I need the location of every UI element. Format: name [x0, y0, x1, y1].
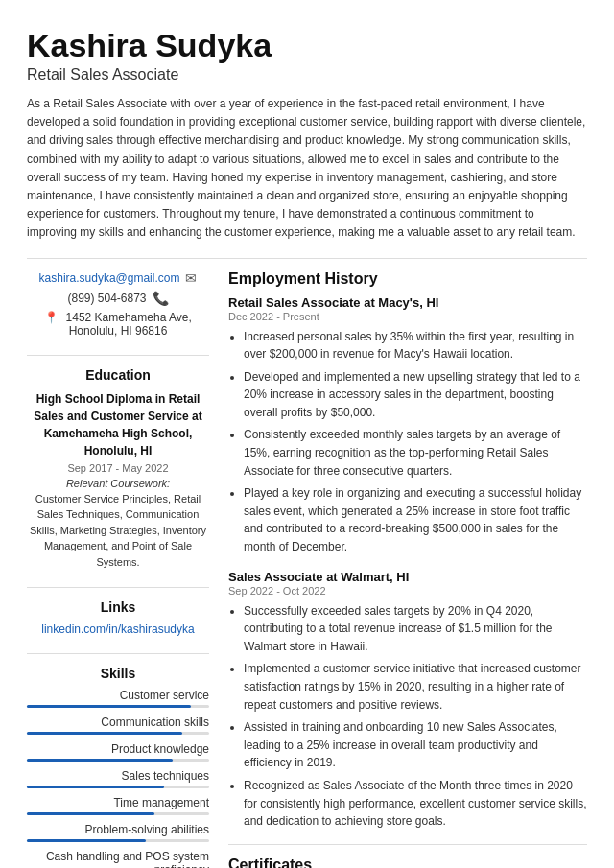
job-entry: Retail Sales Associate at Macy's, HI Dec… [228, 295, 587, 556]
skill-bar-bg [27, 812, 209, 815]
skill-bar-fill [27, 839, 146, 842]
email-icon: ✉ [185, 270, 197, 286]
skill-label: Cash handling and POS system proficiency [27, 850, 209, 868]
candidate-name: Kashira Sudyka [27, 27, 587, 64]
skill-label: Customer service [27, 689, 209, 702]
phone-text: (899) 504-6873 [67, 292, 146, 305]
job-date: Sep 2022 - Oct 2022 [228, 585, 587, 597]
employment-title: Employment History [228, 270, 587, 288]
skill-label: Time management [27, 796, 209, 809]
education-date: Sep 2017 - May 2022 [27, 462, 209, 474]
skill-bar-fill [27, 759, 173, 762]
job-bullet: Developed and implemented a new upsellin… [244, 368, 587, 422]
job-date: Dec 2022 - Present [228, 311, 587, 322]
address-line2: Honolulu, HI 96816 [69, 324, 168, 338]
skill-bar-bg [27, 732, 209, 735]
address-item: 📍 1452 Kamehameha Ave, Honolulu, HI 9681… [27, 311, 209, 338]
education-title: Education [27, 367, 209, 383]
skill-label: Sales techniques [27, 769, 209, 783]
job-bullets-list: Increased personal sales by 35% within t… [228, 328, 587, 556]
links-section: Links linkedin.com/in/kashirasudyka [27, 599, 209, 636]
coursework-label: Relevant Coursework: [27, 478, 209, 489]
skill-bar-bg [27, 759, 209, 762]
linkedin-link[interactable]: linkedin.com/in/kashirasudyka [27, 622, 209, 636]
job-bullet: Increased personal sales by 35% within t… [244, 328, 587, 364]
skill-item: Time management [27, 796, 209, 815]
job-bullets-list: Successfully exceeded sales targets by 2… [228, 602, 587, 831]
skill-label: Product knowledge [27, 742, 209, 756]
job-bullet: Successfully exceeded sales targets by 2… [244, 602, 587, 656]
address-line1: 1452 Kamehameha Ave, [66, 311, 192, 324]
employment-divider [228, 844, 587, 845]
email-item[interactable]: kashira.sudyka@gmail.com ✉ [27, 270, 209, 286]
education-divider [27, 587, 209, 588]
job-bullet: Played a key role in organizing and exec… [244, 484, 587, 555]
header-divider [27, 258, 587, 259]
skills-title: Skills [27, 666, 209, 681]
skill-item: Customer service [27, 689, 209, 708]
skill-label: Problem-solving abilities [27, 823, 209, 836]
skill-bar-fill [27, 786, 164, 788]
job-title: Sales Associate at Walmart, HI [228, 570, 587, 584]
skill-item: Problem-solving abilities [27, 823, 209, 842]
links-title: Links [27, 599, 209, 615]
skill-item: Communication skills [27, 716, 209, 735]
employment-section: Employment History Retail Sales Associat… [228, 270, 587, 831]
phone-icon: 📞 [153, 291, 169, 306]
left-column: kashira.sudyka@gmail.com ✉ (899) 504-687… [27, 270, 209, 869]
skill-bar-fill [27, 812, 154, 815]
education-degree: High School Diploma in Retail Sales and … [27, 390, 209, 459]
contact-divider [27, 355, 209, 356]
coursework-text: Customer Service Principles, Retail Sale… [27, 491, 209, 571]
skill-item: Cash handling and POS system proficiency [27, 850, 209, 868]
contact-section: kashira.sudyka@gmail.com ✉ (899) 504-687… [27, 270, 209, 338]
links-divider [27, 653, 209, 654]
skills-section: Skills Customer service Communication sk… [27, 666, 209, 868]
jobs-list: Retail Sales Associate at Macy's, HI Dec… [228, 295, 587, 831]
skill-bar-fill [27, 705, 191, 708]
candidate-title: Retail Sales Associate [27, 66, 587, 83]
job-bullet: Recognized as Sales Associate of the Mon… [244, 777, 587, 831]
skill-item: Sales techniques [27, 769, 209, 788]
skill-item: Product knowledge [27, 742, 209, 762]
certificates-section: Certificates Certified Retail Sales Asso… [228, 856, 587, 868]
address-icon: 📍 [44, 311, 59, 324]
certificates-title: Certificates [228, 856, 587, 868]
right-column: Employment History Retail Sales Associat… [228, 270, 587, 869]
header-section: Kashira Sudyka Retail Sales Associate As… [27, 27, 587, 243]
skill-bar-bg [27, 705, 209, 708]
skill-label: Communication skills [27, 716, 209, 729]
education-section: Education High School Diploma in Retail … [27, 367, 209, 571]
skill-bar-fill [27, 732, 182, 735]
job-entry: Sales Associate at Walmart, HI Sep 2022 … [228, 570, 587, 831]
job-bullet: Assisted in training and onboarding 10 n… [244, 718, 587, 772]
candidate-summary: As a Retail Sales Associate with over a … [27, 95, 587, 243]
resume-container: Kashira Sudyka Retail Sales Associate As… [0, 0, 614, 868]
main-layout: kashira.sudyka@gmail.com ✉ (899) 504-687… [27, 270, 587, 869]
skill-bar-bg [27, 786, 209, 788]
job-title: Retail Sales Associate at Macy's, HI [228, 295, 587, 310]
skill-bar-bg [27, 839, 209, 842]
job-bullet: Consistently exceeded monthly sales targ… [244, 426, 587, 480]
email-link[interactable]: kashira.sudyka@gmail.com [39, 271, 180, 285]
job-bullet: Implemented a customer service initiativ… [244, 660, 587, 714]
skills-list: Customer service Communication skills Pr… [27, 689, 209, 868]
phone-item: (899) 504-6873 📞 [27, 291, 209, 306]
